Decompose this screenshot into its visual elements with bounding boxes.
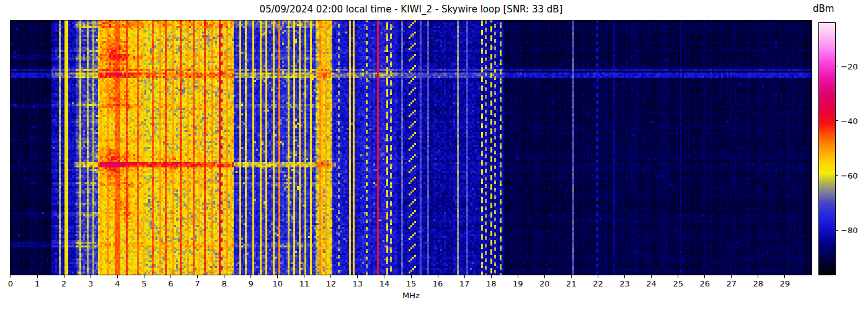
x-tick — [330, 275, 331, 278]
x-tick-label: 23 — [619, 279, 630, 288]
x-tick — [624, 275, 625, 278]
spectrogram-plot-area — [10, 20, 812, 275]
x-tick-label: 9 — [248, 279, 253, 288]
x-tick — [598, 275, 598, 278]
colorbar-tick — [836, 230, 838, 231]
colorbar — [818, 22, 836, 275]
x-tick — [491, 275, 492, 278]
colorbar-unit-label: dBm — [813, 3, 844, 14]
x-tick — [438, 275, 438, 278]
x-tick-label: 10 — [272, 279, 283, 288]
x-tick-label: 16 — [433, 279, 443, 288]
x-tick — [411, 275, 412, 278]
spectrogram-figure: 05/09/2024 02:00 local time - KIWI_2 - S… — [0, 0, 868, 310]
x-axis: 0123456789101112131415161718192021222324… — [11, 275, 812, 290]
x-tick — [64, 275, 64, 278]
waterfall-canvas — [11, 20, 812, 275]
x-tick — [518, 275, 518, 278]
x-tick-label: 5 — [141, 279, 146, 288]
colorbar-tick-label: −40 — [841, 116, 857, 125]
x-tick-label: 2 — [61, 279, 66, 288]
x-tick-label: 19 — [513, 279, 523, 288]
x-tick — [704, 275, 705, 278]
x-tick-label: 3 — [88, 279, 93, 288]
x-tick-label: 26 — [699, 279, 710, 288]
x-tick — [11, 275, 11, 278]
x-tick-label: 11 — [299, 279, 309, 288]
x-tick — [571, 275, 572, 278]
x-tick-label: 8 — [221, 279, 226, 288]
colorbar-ticks: −20−40−60−80 — [836, 22, 867, 274]
x-tick — [357, 275, 358, 278]
x-tick — [758, 275, 758, 278]
x-tick-label: 0 — [8, 279, 13, 288]
x-tick — [678, 275, 678, 278]
x-tick-label: 22 — [593, 279, 603, 288]
colorbar-tick-label: −80 — [841, 226, 857, 235]
x-tick-label: 13 — [353, 279, 363, 288]
chart-title: 05/09/2024 02:00 local time - KIWI_2 - S… — [11, 4, 812, 16]
x-tick — [464, 275, 465, 278]
x-tick — [277, 275, 278, 278]
x-tick-label: 28 — [753, 279, 764, 288]
x-tick — [304, 275, 304, 278]
x-tick-label: 18 — [486, 279, 497, 288]
x-tick — [651, 275, 652, 278]
x-tick-label: 27 — [727, 279, 737, 288]
x-tick-label: 12 — [326, 279, 337, 288]
x-axis-label: MHz — [11, 291, 812, 300]
x-tick-label: 17 — [459, 279, 470, 288]
x-tick — [784, 275, 785, 278]
x-tick-label: 24 — [646, 279, 657, 288]
x-tick — [144, 275, 144, 278]
x-tick — [170, 275, 171, 278]
x-tick-label: 4 — [115, 279, 120, 288]
x-tick — [117, 275, 118, 278]
x-tick — [384, 275, 384, 278]
x-tick — [224, 275, 224, 278]
x-tick-label: 20 — [539, 279, 550, 288]
x-tick-label: 15 — [406, 279, 417, 288]
x-tick — [197, 275, 198, 278]
colorbar-tick-label: −20 — [841, 61, 857, 71]
colorbar-tick — [836, 66, 838, 66]
x-tick-label: 6 — [168, 279, 173, 288]
x-tick-label: 1 — [35, 279, 40, 288]
x-tick — [544, 275, 545, 278]
colorbar-tick — [836, 120, 838, 121]
x-tick — [250, 275, 251, 278]
x-tick-label: 14 — [379, 279, 390, 288]
colorbar-tick — [836, 175, 838, 176]
x-tick-label: 7 — [195, 279, 200, 288]
x-tick — [91, 275, 91, 278]
x-tick — [731, 275, 732, 278]
colorbar-tick-label: −60 — [841, 171, 857, 180]
x-tick — [37, 275, 38, 278]
x-tick-label: 21 — [566, 279, 577, 288]
x-tick-label: 29 — [780, 279, 790, 288]
x-tick-label: 25 — [673, 279, 683, 288]
